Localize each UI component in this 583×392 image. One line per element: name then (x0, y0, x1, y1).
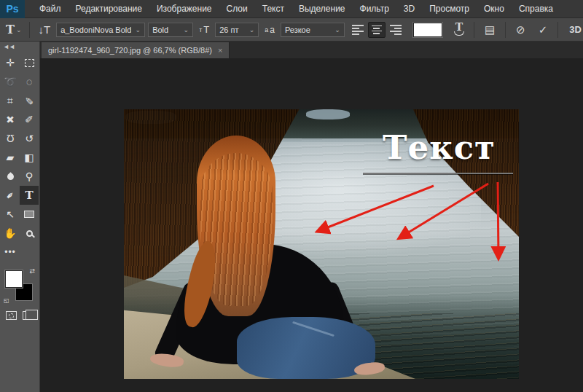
type-tool[interactable]: T (20, 186, 39, 205)
chevron-down-icon: ⌄ (16, 26, 22, 34)
menu-window[interactable]: Окно (477, 1, 512, 17)
marquee-tool[interactable] (20, 53, 39, 72)
font-style-value: Bold (152, 26, 168, 34)
default-colors-icon[interactable]: ◱ (4, 297, 9, 304)
warp-arc-icon (454, 31, 464, 36)
crop-tool[interactable]: ⌗ (1, 91, 20, 110)
align-right-button[interactable] (387, 22, 404, 38)
font-size-value: 26 пт (219, 26, 238, 34)
eraser-icon: ▰ (7, 152, 15, 163)
text-orientation-toggle[interactable]: ↓T (35, 22, 53, 37)
pen-tool[interactable]: ✒ (1, 186, 20, 205)
quick-mask-icon (9, 313, 14, 318)
eraser-tool[interactable]: ▰ (1, 148, 20, 167)
content-area: ◄◄ ✛ ➰ ◌ ⌗ ✎ ✚ ✐ Ω ↺ ▰ ◧ ⚲ ✒ T ↖ ✋ (0, 42, 583, 392)
chevron-down-icon: ⌄ (136, 26, 141, 34)
screen-mode-button[interactable] (23, 311, 34, 320)
marquee-icon (25, 59, 34, 67)
move-tool[interactable]: ✛ (1, 53, 20, 72)
menu-image[interactable]: Изображение (149, 1, 219, 17)
quick-selection-tool[interactable]: ◌ (20, 72, 39, 91)
brush-tool[interactable]: ✐ (20, 110, 39, 129)
red-arrow-1 (318, 186, 434, 231)
healing-brush-tool[interactable]: ✚ (1, 110, 20, 129)
red-arrow-3 (498, 182, 498, 257)
foreground-color-swatch[interactable] (5, 270, 23, 288)
dodge-icon: ⚲ (26, 170, 33, 182)
close-icon[interactable]: × (218, 46, 222, 55)
path-selection-icon: ↖ (6, 208, 15, 220)
eyedropper-icon: ✎ (25, 95, 34, 106)
antialias-icon: aa (262, 23, 278, 36)
warp-text-button[interactable]: T (450, 24, 469, 36)
menu-bar: Ps Файл Редактирование Изображение Слои … (0, 0, 583, 18)
cancel-edit-button[interactable]: ⊘ (511, 22, 531, 38)
dodge-tool[interactable]: ⚲ (20, 167, 39, 186)
menu-edit[interactable]: Редактирование (69, 1, 149, 17)
menu-view[interactable]: Просмотр (422, 1, 477, 17)
edit-toolbar-button[interactable]: ••• (1, 243, 20, 262)
font-family-value: a_BodoniNova Bold (60, 26, 130, 34)
type-tool-icon: T (6, 23, 15, 36)
canvas-pasteboard[interactable]: Текст (40, 58, 583, 392)
commit-edit-button[interactable]: ✓ (533, 22, 553, 38)
clone-stamp-tool[interactable]: Ω (1, 129, 20, 148)
font-size-icon: тT (196, 23, 212, 36)
document-area: girl-1192474_960_720.jpg @ 66,7% (RGB/8#… (40, 42, 583, 392)
tools-panel: ◄◄ ✛ ➰ ◌ ⌗ ✎ ✚ ✐ Ω ↺ ▰ ◧ ⚲ ✒ T ↖ ✋ (0, 42, 40, 392)
photoshop-logo: Ps (0, 0, 25, 18)
align-left-button[interactable] (349, 22, 367, 38)
menu-select[interactable]: Выделение (292, 1, 353, 17)
antialias-value: Резкое (285, 26, 310, 34)
ellipsis-icon: ••• (4, 247, 16, 257)
alignment-group (349, 22, 404, 38)
menu-layers[interactable]: Слои (219, 1, 255, 17)
warp-text-icon: T (455, 24, 463, 31)
gradient-tool[interactable]: ◧ (20, 148, 39, 167)
toggle-panels-button[interactable]: ▤ (480, 22, 500, 38)
3d-button[interactable]: 3D (563, 23, 583, 36)
magnifier-icon (26, 230, 33, 237)
separator (505, 22, 506, 38)
photoshop-window: Ps Файл Редактирование Изображение Слои … (0, 0, 583, 392)
lasso-tool[interactable]: ➰ (1, 72, 20, 91)
orientation-icon: ↓T (38, 23, 50, 36)
path-selection-tool[interactable]: ↖ (1, 205, 20, 224)
color-wells: ⇄ ◱ (5, 270, 34, 301)
brush-icon: ✐ (25, 114, 34, 125)
menu-file[interactable]: Файл (32, 1, 69, 17)
menu-3d[interactable]: 3D (396, 1, 422, 17)
eyedropper-tool[interactable]: ✎ (20, 91, 39, 110)
document-tab[interactable]: girl-1192474_960_720.jpg @ 66,7% (RGB/8#… (42, 42, 230, 58)
align-center-button[interactable] (368, 22, 386, 38)
photo-document[interactable]: Текст (124, 109, 519, 379)
font-style-select[interactable]: Bold ⌄ (148, 23, 193, 37)
hand-tool[interactable]: ✋ (1, 224, 20, 243)
chevron-down-icon: ⌄ (334, 26, 340, 34)
move-icon: ✛ (6, 57, 15, 68)
chevron-down-icon: ⌄ (249, 26, 255, 34)
menu-filter[interactable]: Фильтр (353, 1, 396, 17)
blur-icon (6, 172, 15, 181)
shape-tool[interactable] (20, 205, 39, 224)
toolbar-bottom (6, 311, 34, 320)
text-color-swatch[interactable] (413, 23, 442, 37)
collapse-toolbar-button[interactable]: ◄◄ (0, 42, 39, 50)
menu-items: Файл Редактирование Изображение Слои Тек… (32, 1, 560, 17)
menu-type[interactable]: Текст (255, 1, 292, 17)
quick-mask-button[interactable] (6, 311, 17, 320)
separator (29, 22, 30, 38)
font-size-select[interactable]: 26 пт ⌄ (215, 23, 259, 37)
healing-brush-icon: ✚ (3, 112, 17, 127)
font-family-select[interactable]: a_BodoniNova Bold ⌄ (56, 23, 145, 37)
history-brush-tool[interactable]: ↺ (20, 129, 39, 148)
separator (474, 22, 474, 38)
tool-preset-picker[interactable]: T ⌄ (3, 21, 24, 38)
blur-tool[interactable] (1, 167, 20, 186)
type-icon: T (25, 189, 33, 202)
document-tab-bar: girl-1192474_960_720.jpg @ 66,7% (RGB/8#… (40, 42, 583, 58)
swap-colors-icon[interactable]: ⇄ (29, 267, 35, 275)
antialias-select[interactable]: Резкое ⌄ (281, 23, 345, 37)
zoom-tool[interactable] (20, 224, 39, 243)
menu-help[interactable]: Справка (512, 1, 560, 17)
